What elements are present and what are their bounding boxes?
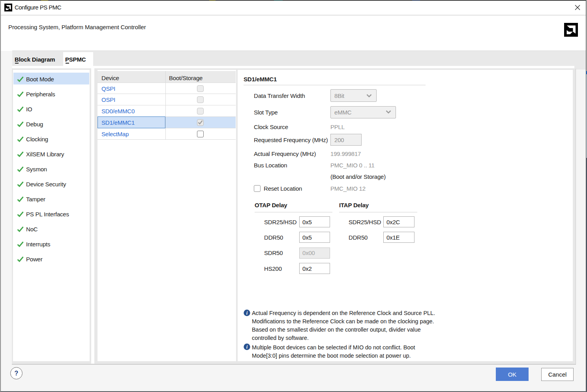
svg-text:i: i [246, 310, 248, 316]
svg-text:i: i [246, 344, 248, 350]
